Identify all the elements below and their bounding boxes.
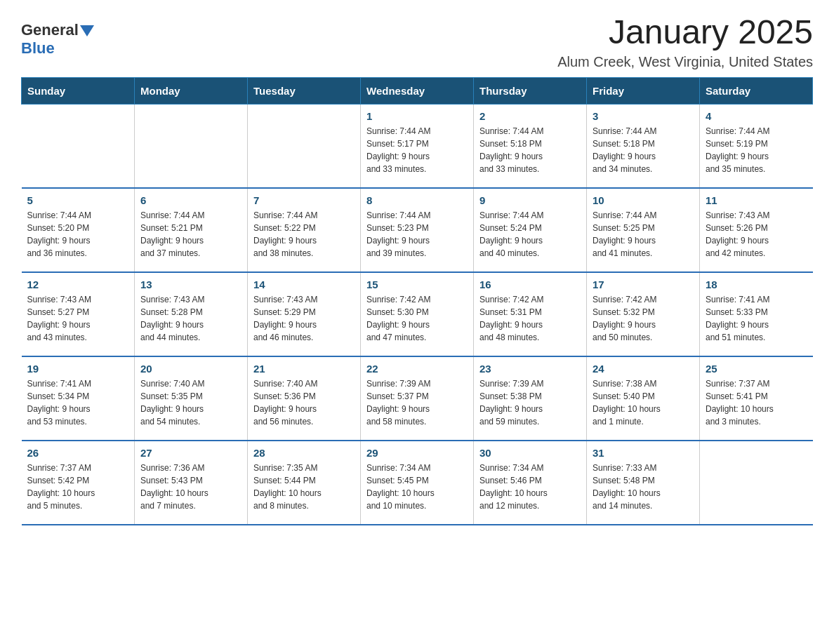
calendar-cell: 5Sunrise: 7:44 AM Sunset: 5:20 PM Daylig… [22, 188, 135, 272]
header: General Blue January 2025 Alum Creek, We… [21, 14, 813, 70]
calendar-cell: 25Sunrise: 7:37 AM Sunset: 5:41 PM Dayli… [700, 356, 813, 441]
day-info: Sunrise: 7:34 AM Sunset: 5:46 PM Dayligh… [479, 462, 581, 512]
calendar-cell: 24Sunrise: 7:38 AM Sunset: 5:40 PM Dayli… [587, 356, 700, 441]
day-info: Sunrise: 7:44 AM Sunset: 5:19 PM Dayligh… [706, 125, 807, 175]
logo-blue: Blue [21, 39, 55, 57]
day-number: 16 [479, 279, 581, 290]
day-info: Sunrise: 7:36 AM Sunset: 5:43 PM Dayligh… [140, 462, 241, 512]
day-info: Sunrise: 7:44 AM Sunset: 5:17 PM Dayligh… [366, 125, 468, 175]
day-number: 30 [479, 447, 581, 459]
day-number: 19 [27, 363, 129, 375]
calendar-cell: 22Sunrise: 7:39 AM Sunset: 5:37 PM Dayli… [361, 356, 474, 441]
day-info: Sunrise: 7:35 AM Sunset: 5:44 PM Dayligh… [253, 462, 355, 512]
calendar-cell: 4Sunrise: 7:44 AM Sunset: 5:19 PM Daylig… [700, 104, 813, 188]
day-number: 10 [593, 194, 694, 206]
calendar-cell: 28Sunrise: 7:35 AM Sunset: 5:44 PM Dayli… [248, 441, 361, 525]
day-number: 1 [366, 110, 468, 122]
day-number: 4 [706, 110, 807, 122]
day-info: Sunrise: 7:40 AM Sunset: 5:36 PM Dayligh… [253, 377, 355, 428]
calendar-cell: 16Sunrise: 7:42 AM Sunset: 5:31 PM Dayli… [474, 272, 587, 356]
day-info: Sunrise: 7:42 AM Sunset: 5:31 PM Dayligh… [479, 293, 581, 344]
calendar-week-row: 1Sunrise: 7:44 AM Sunset: 5:17 PM Daylig… [22, 104, 813, 188]
logo: General Blue [21, 21, 94, 58]
calendar-cell: 19Sunrise: 7:41 AM Sunset: 5:34 PM Dayli… [22, 356, 135, 441]
calendar-cell: 17Sunrise: 7:42 AM Sunset: 5:32 PM Dayli… [587, 272, 700, 356]
calendar-cell: 26Sunrise: 7:37 AM Sunset: 5:42 PM Dayli… [22, 441, 135, 525]
calendar-cell: 21Sunrise: 7:40 AM Sunset: 5:36 PM Dayli… [248, 356, 361, 441]
day-number: 27 [140, 447, 241, 459]
day-info: Sunrise: 7:43 AM Sunset: 5:27 PM Dayligh… [27, 293, 129, 344]
header-thursday: Thursday [474, 77, 587, 104]
calendar-cell: 30Sunrise: 7:34 AM Sunset: 5:46 PM Dayli… [474, 441, 587, 525]
calendar-cell: 15Sunrise: 7:42 AM Sunset: 5:30 PM Dayli… [361, 272, 474, 356]
day-number: 12 [27, 279, 129, 290]
page-subtitle: Alum Creek, West Virginia, United States [557, 54, 813, 70]
day-number: 6 [140, 194, 241, 206]
day-info: Sunrise: 7:37 AM Sunset: 5:42 PM Dayligh… [27, 462, 129, 512]
calendar-cell [135, 104, 248, 188]
day-number: 8 [366, 194, 468, 206]
calendar-cell: 18Sunrise: 7:41 AM Sunset: 5:33 PM Dayli… [700, 272, 813, 356]
calendar-cell: 2Sunrise: 7:44 AM Sunset: 5:18 PM Daylig… [474, 104, 587, 188]
day-number: 15 [366, 279, 468, 290]
day-info: Sunrise: 7:44 AM Sunset: 5:24 PM Dayligh… [479, 209, 581, 260]
day-info: Sunrise: 7:44 AM Sunset: 5:25 PM Dayligh… [593, 209, 694, 260]
day-number: 22 [366, 363, 468, 375]
calendar-cell: 9Sunrise: 7:44 AM Sunset: 5:24 PM Daylig… [474, 188, 587, 272]
day-info: Sunrise: 7:39 AM Sunset: 5:37 PM Dayligh… [366, 377, 468, 428]
calendar-body: 1Sunrise: 7:44 AM Sunset: 5:17 PM Daylig… [22, 104, 813, 525]
calendar-cell: 13Sunrise: 7:43 AM Sunset: 5:28 PM Dayli… [135, 272, 248, 356]
day-info: Sunrise: 7:34 AM Sunset: 5:45 PM Dayligh… [366, 462, 468, 512]
day-info: Sunrise: 7:44 AM Sunset: 5:23 PM Dayligh… [366, 209, 468, 260]
day-number: 24 [593, 363, 694, 375]
day-number: 18 [706, 279, 807, 290]
day-info: Sunrise: 7:39 AM Sunset: 5:38 PM Dayligh… [479, 377, 581, 428]
day-info: Sunrise: 7:40 AM Sunset: 5:35 PM Dayligh… [140, 377, 241, 428]
calendar-cell: 14Sunrise: 7:43 AM Sunset: 5:29 PM Dayli… [248, 272, 361, 356]
day-info: Sunrise: 7:44 AM Sunset: 5:18 PM Dayligh… [479, 125, 581, 175]
day-number: 2 [479, 110, 581, 122]
calendar-cell: 12Sunrise: 7:43 AM Sunset: 5:27 PM Dayli… [22, 272, 135, 356]
day-number: 31 [593, 447, 694, 459]
calendar-cell: 7Sunrise: 7:44 AM Sunset: 5:22 PM Daylig… [248, 188, 361, 272]
calendar-cell: 3Sunrise: 7:44 AM Sunset: 5:18 PM Daylig… [587, 104, 700, 188]
day-number: 14 [253, 279, 355, 290]
calendar-cell: 20Sunrise: 7:40 AM Sunset: 5:35 PM Dayli… [135, 356, 248, 441]
calendar-cell: 1Sunrise: 7:44 AM Sunset: 5:17 PM Daylig… [361, 104, 474, 188]
day-number: 21 [253, 363, 355, 375]
day-number: 5 [27, 194, 129, 206]
header-friday: Friday [587, 77, 700, 104]
calendar-week-row: 19Sunrise: 7:41 AM Sunset: 5:34 PM Dayli… [22, 356, 813, 441]
day-info: Sunrise: 7:41 AM Sunset: 5:34 PM Dayligh… [27, 377, 129, 428]
day-number: 11 [706, 194, 807, 206]
day-info: Sunrise: 7:44 AM Sunset: 5:20 PM Dayligh… [27, 209, 129, 260]
day-info: Sunrise: 7:38 AM Sunset: 5:40 PM Dayligh… [593, 377, 694, 428]
page-title: January 2025 [557, 14, 813, 51]
calendar-week-row: 12Sunrise: 7:43 AM Sunset: 5:27 PM Dayli… [22, 272, 813, 356]
day-number: 7 [253, 194, 355, 206]
header-wednesday: Wednesday [361, 77, 474, 104]
logo-triangle-icon [80, 25, 94, 36]
calendar-cell [248, 104, 361, 188]
calendar-table: Sunday Monday Tuesday Wednesday Thursday… [21, 77, 813, 526]
day-number: 29 [366, 447, 468, 459]
day-number: 20 [140, 363, 241, 375]
logo-text: General Blue [21, 21, 94, 58]
calendar-cell: 11Sunrise: 7:43 AM Sunset: 5:26 PM Dayli… [700, 188, 813, 272]
calendar-cell: 10Sunrise: 7:44 AM Sunset: 5:25 PM Dayli… [587, 188, 700, 272]
calendar-week-row: 5Sunrise: 7:44 AM Sunset: 5:20 PM Daylig… [22, 188, 813, 272]
weekday-header-row: Sunday Monday Tuesday Wednesday Thursday… [22, 77, 813, 104]
day-info: Sunrise: 7:44 AM Sunset: 5:21 PM Dayligh… [140, 209, 241, 260]
day-number: 13 [140, 279, 241, 290]
calendar-cell: 6Sunrise: 7:44 AM Sunset: 5:21 PM Daylig… [135, 188, 248, 272]
day-number: 9 [479, 194, 581, 206]
calendar-cell: 31Sunrise: 7:33 AM Sunset: 5:48 PM Dayli… [587, 441, 700, 525]
day-info: Sunrise: 7:33 AM Sunset: 5:48 PM Dayligh… [593, 462, 694, 512]
day-number: 3 [593, 110, 694, 122]
calendar-cell [700, 441, 813, 525]
calendar-header: Sunday Monday Tuesday Wednesday Thursday… [22, 77, 813, 104]
day-number: 23 [479, 363, 581, 375]
day-number: 25 [706, 363, 807, 375]
day-info: Sunrise: 7:37 AM Sunset: 5:41 PM Dayligh… [706, 377, 807, 428]
header-saturday: Saturday [700, 77, 813, 104]
